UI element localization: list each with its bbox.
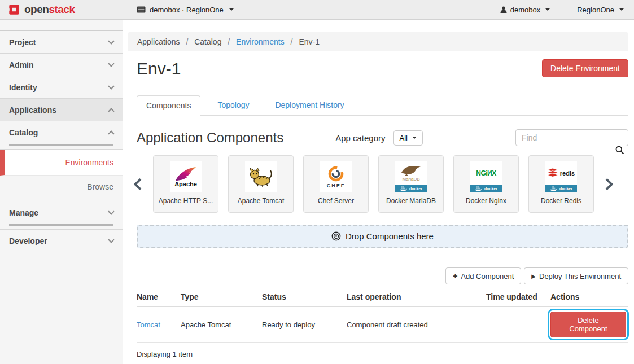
component-card-docker-mariadb[interactable]: MariaDB docker Docker MariaD [378,155,444,213]
context-label: demobox · RegionOne [150,6,224,14]
breadcrumb-separator: / [186,37,188,46]
component-label: Docker Redis [541,197,581,205]
nginx-logo-icon: NGiИX docker [470,161,502,192]
docker-banner: docker [545,185,577,192]
sidebar-item-label: Admin [9,60,34,69]
chevron-down-icon [108,208,114,214]
page-title: Env-1 [137,59,181,78]
component-card-docker-nginx[interactable]: NGiИX docker Docker Nginx [453,155,519,213]
component-label: Docker MariaDB [386,197,436,205]
delete-component-button[interactable]: Delete Component [550,312,626,337]
divider [137,256,628,256]
carousel-prev-button[interactable] [134,178,146,190]
sidebar-item-label: Applications [9,106,56,115]
caret-down-icon [412,137,417,139]
target-icon [331,231,341,241]
sidebar-item-label: Project [9,38,36,47]
deploy-environment-button[interactable]: ▶ Deploy This Environment [524,267,628,284]
mariadb-logo-icon: MariaDB docker [395,161,427,192]
search-icon[interactable] [615,146,624,156]
sidebar-item-manage[interactable]: Manage [0,198,123,230]
sidebar-item-admin[interactable]: Admin [0,54,123,76]
component-card-apache-http[interactable]: Apache Apache HTTP S... [153,155,218,213]
top-bar: openstack demobox · RegionOne demobox Re… [0,0,634,20]
delete-environment-button[interactable]: Delete Environment [542,59,628,77]
sidebar-item-label: Manage [9,208,38,217]
breadcrumb-current: Env-1 [299,37,320,46]
caret-down-icon [619,8,624,11]
component-label: Docker Nginx [466,197,506,205]
sidebar: Project Admin Identity Applications Cata… [0,20,123,364]
drop-components-zone[interactable]: Drop Components here [137,225,628,248]
component-card-chef-server[interactable]: CHEF Chef Server [303,155,369,213]
table-footer-count: Displaying 1 item [137,343,628,358]
sidebar-item-browse[interactable]: Browse [0,176,123,198]
region-name: RegionOne [577,6,614,14]
caret-down-icon [545,8,550,11]
tab-bar: Components Topology Deployment History [137,95,628,116]
component-card-docker-redis[interactable]: redis docker [528,155,594,213]
redis-logo-icon: redis docker [545,161,577,192]
carousel-next-button[interactable] [601,178,613,190]
play-icon: ▶ [531,273,536,279]
docker-banner: docker [395,185,427,192]
openstack-logo[interactable]: openstack [8,3,119,16]
project-context-switcher[interactable]: demobox · RegionOne [137,6,234,14]
breadcrumb-separator: / [291,37,293,46]
breadcrumb-catalog: Catalog [194,37,221,46]
tab-components[interactable]: Components [137,95,200,116]
app-category-value: All [400,134,408,142]
component-time-updated [486,307,550,343]
sidebar-top-strip [0,20,123,31]
section-underline [9,144,113,146]
find-input[interactable] [515,129,628,146]
caret-down-icon [229,8,234,11]
apache-logo-icon: Apache [170,161,202,192]
section-underline [9,224,113,226]
user-name: demobox [510,6,540,14]
component-label: Chef Server [318,197,354,205]
component-status: Ready to deploy [262,307,347,343]
component-name-link[interactable]: Tomcat [137,307,181,343]
breadcrumb-environments-link[interactable]: Environments [236,37,285,46]
tab-deployment-history[interactable]: Deployment History [266,95,353,115]
sidebar-item-label: Identity [9,83,37,92]
sidebar-item-project[interactable]: Project [0,31,123,54]
components-heading: Application Components [137,130,283,146]
component-label: Apache HTTP S... [159,197,213,205]
component-type: Apache Tomcat [181,307,262,343]
app-category-label: App category [335,133,385,143]
component-last-operation: Component draft created [347,307,486,343]
component-card-apache-tomcat[interactable]: Apache Tomcat [228,155,294,213]
sidebar-item-label: Browse [87,182,113,191]
breadcrumb-applications: Applications [137,37,180,46]
sidebar-item-developer[interactable]: Developer [0,230,123,252]
table-row: Tomcat Apache Tomcat Ready to deploy Com… [137,307,628,343]
tab-topology[interactable]: Topology [208,95,258,115]
tomcat-logo-icon [245,161,277,192]
chevron-down-icon [108,60,114,67]
app-category-dropdown[interactable]: All [393,130,423,146]
sidebar-item-applications[interactable]: Applications [0,99,123,121]
user-menu[interactable]: demobox [500,6,550,14]
components-carousel: Apache Apache HTTP S... [128,155,628,213]
main-content: Applications / Catalog / Environments / … [123,20,634,364]
sidebar-item-catalog[interactable]: Catalog [0,121,123,150]
add-component-button[interactable]: + Add Component [445,267,521,284]
region-menu[interactable]: RegionOne [577,6,624,14]
column-header-status: Status [262,289,347,307]
components-table: Name Type Status Last operation Time upd… [137,289,628,343]
sidebar-item-environments[interactable]: Environments [0,150,123,176]
column-header-actions: Actions [550,289,628,307]
user-icon [500,6,507,13]
sidebar-item-identity[interactable]: Identity [0,76,123,99]
column-header-name: Name [137,289,181,307]
column-header-last-operation: Last operation [347,289,486,307]
chevron-down-icon [108,38,114,44]
docker-banner: docker [470,185,502,192]
sidebar-item-label: Environments [65,158,113,167]
brand-text: openstack [24,3,75,16]
sidebar-item-label: Catalog [9,128,38,137]
openstack-cube-icon [8,3,20,16]
column-header-time-updated: Time updated [486,289,550,307]
